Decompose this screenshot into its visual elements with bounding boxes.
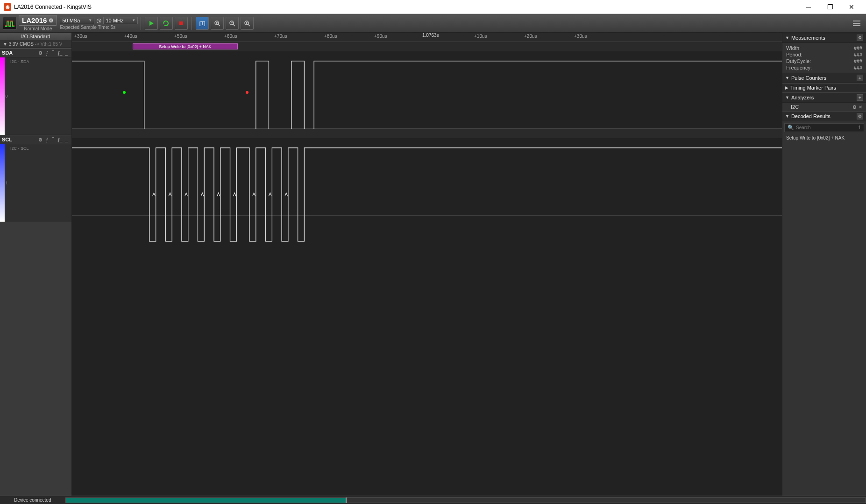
zoom-in-button[interactable] [241,17,254,30]
channel-color-0 [0,57,5,135]
decoded-results-header[interactable]: ▼ Decoded Results ⚙ [782,111,866,121]
device-button[interactable]: LA2016⚙ [19,15,57,26]
search-input[interactable] [796,125,856,130]
time-ruler[interactable]: +30us +40us +50us +60us +70us +80us +90u… [72,33,782,42]
right-sidebar: ▼ Measurements ⚙ Width:### Period:### Du… [782,33,866,496]
device-name: LA2016 [22,16,47,24]
chevron-right-icon: ▶ [785,85,788,90]
toolbar: LA2016⚙ Normal Mode 50 MSa▼ @ 10 MHz▼ Ex… [0,14,866,33]
logo-icon [3,17,17,30]
trigger-low-icon[interactable]: _ [63,49,70,56]
plus-icon[interactable]: + [857,75,863,81]
decoded-search[interactable]: 🔍 1 [784,123,864,132]
result-count: 1 [858,125,861,130]
zoom-fit-button[interactable] [211,17,224,30]
measurements-body: Width:### Period:### DutyCycle:### Frequ… [782,43,866,73]
gear-icon[interactable]: ⚙ [37,136,43,143]
gear-icon[interactable]: ⚙ [852,105,857,110]
svg-rect-0 [179,21,183,25]
channel-header-sda[interactable]: SDA ⚙ ⨍ ‾ ⨍_ _ [0,48,71,57]
sample-rate-select[interactable]: 50 MSa▼ [60,17,94,24]
play-button[interactable] [145,17,158,30]
search-icon: 🔍 [788,125,794,131]
gear-icon: ⚙ [49,17,54,24]
gear-icon[interactable]: ⚙ [857,113,863,119]
gear-icon[interactable]: ⚙ [857,35,863,41]
waveform-sda[interactable]: Setup Write to [0x02] + NAK [72,42,782,129]
channel-protocol: I2C - SDA [8,57,71,135]
channel-name: SCL [2,137,37,142]
status-bar: Device connected [0,496,866,504]
io-standard-value[interactable]: ▼ 3.3V CMOS -> Vth:1.65 V [0,41,71,48]
minimap[interactable] [65,497,866,503]
chevron-down-icon: ▼ [785,95,789,100]
channel-index: 0 [5,57,8,135]
trigger-fall-icon[interactable]: ⨍_ [57,136,63,143]
window-title: LA2016 Connected - KingstVIS [14,4,798,10]
channel-color-1 [0,144,5,222]
trigger-rise-icon[interactable]: ⨍ [43,49,50,56]
chevron-down-icon: ▼ [785,35,789,40]
trigger-rise-icon[interactable]: ⨍ [43,136,50,143]
titlebar: ◉ LA2016 Connected - KingstVIS ─ ❐ ✕ [0,0,866,14]
chevron-down-icon: ▼ [88,18,92,22]
channel-header-scl[interactable]: SCL ⚙ ⨍ ‾ ⨍_ _ [0,135,71,144]
text-marker-button[interactable]: [T] [196,17,209,30]
at-label: @ [96,18,101,23]
sample-rate-value: 50 MSa [62,18,80,23]
status-text: Device connected [0,497,65,503]
marker-stop [246,91,248,94]
mode-label: Normal Mode [19,26,57,31]
plus-icon[interactable]: + [857,94,863,101]
trigger-low-icon[interactable]: _ [63,136,70,143]
waveform-area[interactable]: +30us +40us +50us +60us +70us +80us +90u… [72,33,782,496]
minimize-button[interactable]: ─ [798,0,819,14]
channel-name: SDA [2,50,37,56]
chevron-down-icon: ▼ [785,114,789,119]
chevron-down-icon: ▼ [132,18,135,22]
analyzer-item-i2c[interactable]: I2C ⚙ ✕ [782,103,866,111]
stop-button[interactable] [175,17,188,30]
clock-select[interactable]: 10 MHz▼ [103,17,138,24]
channel-index: 1 [5,144,8,222]
waveform-scl[interactable] [72,129,782,216]
close-icon[interactable]: ✕ [859,105,862,110]
scl-wave [72,138,782,245]
marker-start [123,91,126,94]
analyzers-header[interactable]: ▼ Analyzers + [782,92,866,103]
gear-icon[interactable]: ⚙ [37,49,43,56]
menu-button[interactable] [850,17,863,30]
close-button[interactable]: ✕ [841,0,862,14]
measurements-header[interactable]: ▼ Measurements ⚙ [782,33,866,43]
zoom-out-button[interactable] [226,17,239,30]
channel-protocol: I2C - SCL [8,144,71,222]
pulse-counters-header[interactable]: ▼ Pulse Counters + [782,73,866,83]
chevron-down-icon: ▼ [785,76,789,80]
loop-button[interactable] [160,17,173,30]
io-standard-header[interactable]: I/O Standard [0,33,71,41]
app-icon: ◉ [4,3,11,11]
decoded-result-item[interactable]: Setup Write to [0x02] + NAK [782,134,866,142]
trigger-fall-icon[interactable]: ⨍_ [57,49,63,56]
maximize-button[interactable]: ❐ [819,0,841,14]
trigger-high-icon[interactable]: ‾ [50,49,57,56]
channel-sidebar: I/O Standard ▼ 3.3V CMOS -> Vth:1.65 V S… [0,33,72,496]
clock-value: 10 MHz [106,18,123,23]
timing-markers-header[interactable]: ▶ Timing Marker Pairs [782,83,866,92]
decode-overlay[interactable]: Setup Write to [0x02] + NAK [133,43,238,49]
sample-hint: Expected Sample Time: 5s [60,25,138,30]
trigger-high-icon[interactable]: ‾ [50,136,57,143]
